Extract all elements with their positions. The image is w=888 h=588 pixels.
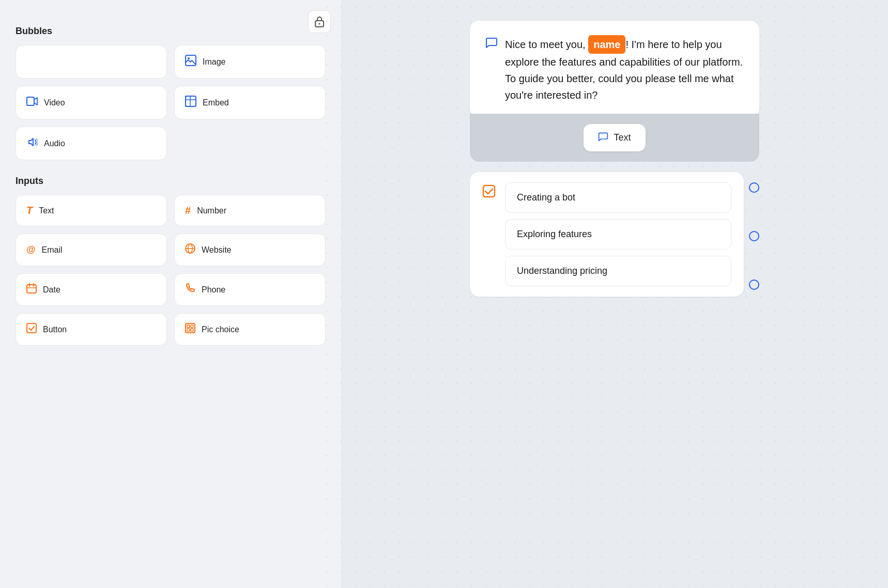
input-number[interactable]: # Number (174, 195, 326, 226)
choice-option-1[interactable]: Exploring features (505, 219, 731, 250)
input-button-label: Button (43, 325, 67, 334)
text-icon: T (26, 205, 33, 216)
choice-option-0[interactable]: Creating a bot (505, 182, 731, 213)
svg-point-3 (188, 57, 190, 59)
radio-dot-0[interactable] (749, 182, 759, 193)
input-website-label: Website (202, 245, 232, 255)
input-text-label: Text (39, 206, 54, 215)
lock-button[interactable] (308, 10, 331, 33)
svg-rect-19 (187, 329, 190, 331)
svg-point-1 (319, 23, 320, 25)
input-pic-choice-label: Pic choice (202, 325, 239, 334)
bubble-image-label: Image (203, 57, 225, 67)
image-icon (185, 55, 196, 69)
chat-card: Nice to meet you, name! I'm here to help… (470, 21, 759, 118)
input-phone-label: Phone (202, 285, 225, 295)
choice-options: Creating a bot Exploring features Unders… (505, 182, 731, 286)
email-icon: @ (26, 244, 36, 255)
audio-icon (26, 136, 38, 150)
input-email-label: Email (42, 245, 63, 255)
bubbles-grid: Image Video Embed (16, 45, 326, 160)
bubble-image[interactable]: Image (174, 45, 326, 79)
website-icon (185, 243, 195, 256)
chat-text-before: Nice to meet you, (505, 39, 588, 50)
svg-rect-4 (27, 97, 34, 105)
bubble-embed-label: Embed (203, 98, 229, 107)
date-icon (26, 283, 37, 296)
bubble-video-label: Video (44, 98, 65, 107)
choice-row: Creating a bot Exploring features Unders… (470, 172, 759, 305)
input-text[interactable]: T Text (16, 195, 167, 226)
input-phone[interactable]: Phone (174, 273, 326, 306)
svg-rect-20 (191, 329, 193, 331)
right-panel: Nice to meet you, name! I'm here to help… (341, 0, 888, 588)
name-badge: name (588, 35, 625, 54)
svg-rect-17 (187, 325, 190, 328)
svg-rect-6 (186, 96, 190, 106)
text-bubble-icon (598, 131, 608, 144)
choice-checkbox-icon (482, 184, 496, 201)
bubble-embed[interactable]: Embed (174, 86, 326, 119)
text-bubble[interactable]: Text (584, 124, 645, 151)
svg-rect-18 (191, 325, 193, 328)
right-content: Nice to meet you, name! I'm here to help… (470, 21, 759, 305)
left-panel: Bubbles Image Video (0, 0, 341, 588)
input-date-label: Date (43, 285, 60, 295)
bubble-audio[interactable]: Audio (16, 127, 167, 160)
text-bubble-container: Text (470, 114, 759, 162)
button-icon (26, 323, 37, 336)
video-icon (26, 96, 38, 110)
bubble-audio-label: Audio (44, 139, 65, 148)
input-website[interactable]: Website (174, 234, 326, 266)
bubble-video[interactable]: Video (16, 86, 167, 119)
svg-rect-11 (27, 285, 36, 293)
choice-option-2[interactable]: Understanding pricing (505, 256, 731, 286)
bubbles-section-title: Bubbles (16, 26, 326, 37)
bubble-empty-text[interactable] (16, 45, 167, 79)
input-button[interactable]: Button (16, 313, 167, 346)
text-bubble-label: Text (614, 132, 631, 143)
phone-icon (185, 283, 195, 296)
input-email[interactable]: @ Email (16, 234, 167, 266)
radio-dot-2[interactable] (749, 280, 759, 290)
chat-text: Nice to meet you, name! I'm here to help… (505, 35, 744, 103)
svg-rect-5 (186, 96, 196, 106)
inputs-grid: T Text # Number @ Email Website (16, 195, 326, 346)
choice-card: Creating a bot Exploring features Unders… (470, 172, 744, 297)
input-number-label: Number (197, 206, 226, 215)
radio-dots (749, 172, 759, 290)
svg-rect-15 (27, 323, 36, 333)
input-date[interactable]: Date (16, 273, 167, 306)
chat-bubble-icon (485, 36, 498, 52)
embed-icon (185, 96, 196, 110)
pic-choice-icon (185, 323, 195, 336)
chat-header: Nice to meet you, name! I'm here to help… (485, 35, 744, 103)
radio-dot-1[interactable] (749, 231, 759, 241)
input-pic-choice[interactable]: Pic choice (174, 313, 326, 346)
inputs-section-title: Inputs (16, 176, 326, 187)
number-icon: # (185, 205, 191, 216)
